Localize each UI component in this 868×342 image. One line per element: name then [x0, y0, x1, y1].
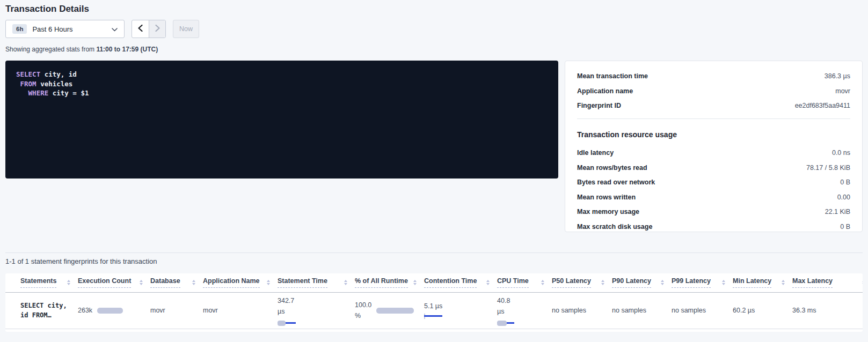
resource-usage-heading: Transaction resource usage	[577, 130, 850, 139]
resource-label: Max scratch disk usage	[577, 223, 652, 231]
sql-statement-box: SELECT city, id FROM vehicles WHERE city…	[5, 61, 558, 179]
resource-label: Max memory usage	[577, 208, 639, 215]
sort-icon	[782, 280, 785, 285]
execution-count-bar	[97, 308, 123, 314]
resource-value: 78.17 / 5.8 KiB	[806, 164, 850, 172]
column-header-statement-time[interactable]: Statement Time	[278, 273, 355, 292]
previous-time-window-button[interactable]	[132, 20, 149, 38]
summary-value: ee2df683f5aa9411	[795, 102, 850, 109]
column-header-p50-latency[interactable]: P50 Latency	[552, 273, 612, 292]
resource-value: 22.1 KiB	[825, 208, 850, 215]
transaction-details-page: Transaction Details 6h Past 6 Hours Now …	[0, 4, 868, 332]
table-header-row: Statements Execution Count Database Appl…	[5, 273, 863, 292]
p50-latency-cell: no samples	[552, 292, 612, 329]
chevron-left-icon	[138, 24, 143, 34]
resource-row: Idle latency 0.0 ns	[577, 149, 850, 157]
column-header-max-latency[interactable]: Max Latency	[792, 273, 863, 292]
max-latency-cell: 36.3 ms	[792, 292, 863, 329]
next-time-window-button[interactable]	[149, 20, 165, 38]
sort-icon	[67, 280, 70, 285]
resource-row: Mean rows written 0.00	[577, 194, 850, 201]
main-panels: SELECT city, id FROM vehicles WHERE city…	[5, 61, 863, 232]
column-header-contention-time[interactable]: Contention Time	[424, 273, 497, 292]
sort-icon	[413, 280, 417, 285]
column-header-statements[interactable]: Statements	[5, 273, 78, 292]
contention-time-cell: 5.1 µs	[424, 292, 497, 329]
summary-row: Fingerprint ID ee2df683f5aa9411	[577, 102, 850, 109]
statement-link[interactable]: SELECT city, id FROM…	[5, 292, 78, 329]
sort-icon	[192, 280, 195, 285]
database-cell: movr	[150, 292, 203, 329]
column-header-execution-count[interactable]: Execution Count	[78, 273, 150, 292]
sql-line: SELECT city, id	[16, 70, 548, 79]
column-header-min-latency[interactable]: Min Latency	[733, 273, 792, 292]
column-header-p99-latency[interactable]: P99 Latency	[672, 273, 733, 292]
resource-value: 0 B	[840, 223, 850, 231]
resource-label: Idle latency	[577, 149, 614, 157]
resource-row: Bytes read over network 0 B	[577, 179, 850, 186]
resource-label: Mean rows/bytes read	[577, 164, 647, 172]
resource-value: 0.00	[837, 194, 850, 201]
sort-icon	[661, 280, 664, 285]
resource-label: Bytes read over network	[577, 179, 655, 186]
resource-value: 0 B	[840, 179, 850, 186]
aggregated-stats-range: 11:00 to 17:59 (UTC)	[96, 46, 158, 53]
fingerprints-caption: 1-1 of 1 statement fingerprints for this…	[5, 257, 863, 265]
now-button[interactable]: Now	[173, 20, 199, 38]
statement-time-cell: 342.7 µs	[278, 292, 355, 329]
statement-row: SELECT city, id FROM… 263k movr movr 342…	[5, 292, 863, 329]
column-header-p90-latency[interactable]: P90 Latency	[612, 273, 672, 292]
chevron-down-icon	[112, 24, 118, 34]
column-header-runtime-pct[interactable]: % of All Runtime	[355, 273, 424, 292]
runtime-pct-cell: 100.0 %	[355, 292, 424, 329]
resource-value: 0.0 ns	[832, 149, 850, 157]
sort-icon	[486, 280, 490, 285]
sort-icon	[267, 280, 270, 285]
sort-icon	[541, 280, 544, 285]
column-header-cpu-time[interactable]: CPU Time	[497, 273, 552, 292]
summary-divider	[577, 118, 850, 119]
time-controls: 6h Past 6 Hours Now	[5, 20, 863, 38]
aggregated-stats-caption: Showing aggregated stats from 11:00 to 1…	[5, 46, 863, 53]
summary-value: 386.3 µs	[825, 72, 850, 80]
cpu-time-bar	[497, 321, 522, 326]
resource-label: Mean rows written	[577, 194, 636, 201]
column-header-application-name[interactable]: Application Name	[203, 273, 278, 292]
sort-icon	[601, 280, 604, 285]
summary-label: Mean transaction time	[577, 72, 648, 80]
summary-row: Mean transaction time 386.3 µs	[577, 72, 850, 80]
time-range-badge: 6h	[12, 24, 27, 34]
sort-icon	[140, 280, 143, 285]
time-range-label: Past 6 Hours	[32, 25, 106, 33]
resource-row: Mean rows/bytes read 78.17 / 5.8 KiB	[577, 164, 850, 172]
summary-row: Application name movr	[577, 87, 850, 95]
contention-time-bar	[424, 314, 449, 319]
page-title: Transaction Details	[5, 4, 863, 14]
sql-line: WHERE city = $1	[16, 88, 548, 98]
p99-latency-cell: no samples	[672, 292, 733, 329]
runtime-pct-bar	[376, 308, 414, 314]
sql-line: FROM vehicles	[16, 79, 548, 89]
sort-icon	[344, 280, 347, 285]
summary-value: movr	[835, 87, 850, 95]
statements-table: Statements Execution Count Database Appl…	[5, 273, 863, 329]
column-header-database[interactable]: Database	[150, 273, 203, 292]
chevron-right-icon	[155, 24, 160, 34]
statements-table-card: Statements Execution Count Database Appl…	[5, 273, 863, 332]
section-divider	[5, 252, 863, 253]
resource-row: Max memory usage 22.1 KiB	[577, 208, 850, 215]
resource-row: Max scratch disk usage 0 B	[577, 223, 850, 231]
summary-label: Application name	[577, 87, 633, 95]
application-name-cell: movr	[203, 292, 278, 329]
sort-icon	[722, 280, 725, 285]
min-latency-cell: 60.2 µs	[733, 292, 792, 329]
sort-icon	[862, 280, 863, 285]
statement-time-bar	[278, 321, 302, 326]
execution-count-cell: 263k	[78, 292, 150, 329]
transaction-summary-card: Mean transaction time 386.3 µs Applicati…	[565, 61, 863, 232]
p90-latency-cell: no samples	[612, 292, 672, 329]
time-range-dropdown[interactable]: 6h Past 6 Hours	[5, 20, 125, 38]
summary-label: Fingerprint ID	[577, 102, 621, 109]
cpu-time-cell: 40.8 µs	[497, 292, 552, 329]
time-window-pager	[132, 20, 166, 38]
